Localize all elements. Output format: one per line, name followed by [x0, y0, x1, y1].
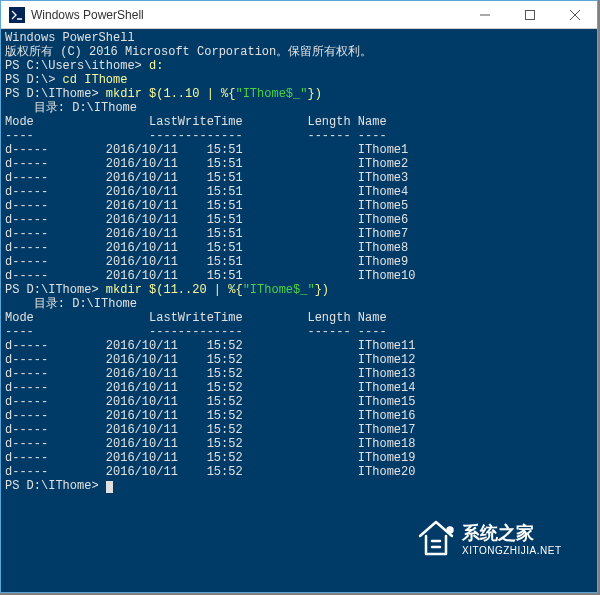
table-row: d----- 2016/10/11 15:51 IThome3 [5, 171, 593, 185]
table-row: d----- 2016/10/11 15:52 IThome12 [5, 353, 593, 367]
table-row: d----- 2016/10/11 15:52 IThome15 [5, 395, 593, 409]
table-row: d----- 2016/10/11 15:51 IThome6 [5, 213, 593, 227]
table-row: d----- 2016/10/11 15:52 IThome13 [5, 367, 593, 381]
table-header: Mode LastWriteTime Length Name [5, 311, 593, 325]
table-row: d----- 2016/10/11 15:52 IThome17 [5, 423, 593, 437]
table-row: d----- 2016/10/11 15:52 IThome18 [5, 437, 593, 451]
minimize-button[interactable] [462, 1, 507, 29]
maximize-button[interactable] [507, 1, 552, 29]
table-row: d----- 2016/10/11 15:52 IThome19 [5, 451, 593, 465]
terminal-output[interactable]: Windows PowerShell版权所有 (C) 2016 Microsof… [1, 29, 597, 592]
table-row: d----- 2016/10/11 15:51 IThome5 [5, 199, 593, 213]
powershell-icon [9, 7, 25, 23]
prompt-line: PS D:\> cd IThome [5, 73, 593, 87]
table-header: Mode LastWriteTime Length Name [5, 115, 593, 129]
prompt-line: PS C:\Users\ithome> d: [5, 59, 593, 73]
table-row: d----- 2016/10/11 15:52 IThome20 [5, 465, 593, 479]
header-line: Windows PowerShell [5, 31, 593, 45]
table-row: d----- 2016/10/11 15:52 IThome11 [5, 339, 593, 353]
svg-rect-2 [525, 10, 534, 19]
close-button[interactable] [552, 1, 597, 29]
window-title: Windows PowerShell [31, 8, 462, 22]
titlebar[interactable]: Windows PowerShell [1, 1, 597, 29]
table-row: d----- 2016/10/11 15:52 IThome16 [5, 409, 593, 423]
prompt-line: PS D:\IThome> mkdir $(1..10 | %{"IThome$… [5, 87, 593, 101]
table-header-underline: ---- ------------- ------ ---- [5, 129, 593, 143]
powershell-window: Windows PowerShell Windows PowerShell版权所… [0, 0, 598, 593]
directory-line: 目录: D:\IThome [5, 297, 593, 311]
table-row: d----- 2016/10/11 15:51 IThome10 [5, 269, 593, 283]
directory-line: 目录: D:\IThome [5, 101, 593, 115]
table-row: d----- 2016/10/11 15:51 IThome7 [5, 227, 593, 241]
table-row: d----- 2016/10/11 15:51 IThome9 [5, 255, 593, 269]
table-row: d----- 2016/10/11 15:51 IThome1 [5, 143, 593, 157]
table-header-underline: ---- ------------- ------ ---- [5, 325, 593, 339]
cursor-icon [106, 481, 113, 493]
table-row: d----- 2016/10/11 15:51 IThome2 [5, 157, 593, 171]
table-row: d----- 2016/10/11 15:51 IThome4 [5, 185, 593, 199]
prompt-line: PS D:\IThome> mkdir $(11..20 | %{"IThome… [5, 283, 593, 297]
prompt-line: PS D:\IThome> [5, 479, 593, 493]
svg-rect-0 [9, 7, 25, 23]
copyright-line: 版权所有 (C) 2016 Microsoft Corporation。保留所有… [5, 45, 593, 59]
table-row: d----- 2016/10/11 15:51 IThome8 [5, 241, 593, 255]
table-row: d----- 2016/10/11 15:52 IThome14 [5, 381, 593, 395]
